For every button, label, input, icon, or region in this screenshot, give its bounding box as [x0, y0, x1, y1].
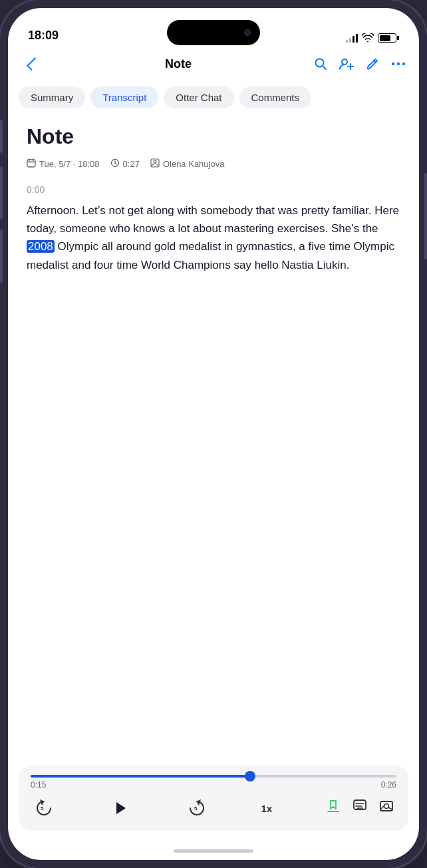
- player-right-icons: [326, 799, 394, 817]
- svg-text:5: 5: [194, 805, 198, 811]
- status-time: 18:09: [28, 29, 59, 43]
- meta-duration: 0:27: [110, 158, 140, 170]
- end-time: 0:26: [381, 780, 396, 790]
- transcript-body[interactable]: Afternoon. Let’s not get along with some…: [27, 202, 400, 274]
- clock-icon: [110, 158, 120, 170]
- player-controls: 5 5 1x: [31, 796, 396, 820]
- person-icon: [150, 158, 160, 170]
- search-button[interactable]: [314, 57, 327, 71]
- nav-bar: Note: [8, 48, 419, 82]
- timestamp: 0:00: [27, 184, 400, 195]
- svg-point-17: [154, 160, 156, 163]
- meta-duration-text: 0:27: [123, 159, 140, 169]
- svg-point-6: [392, 63, 394, 65]
- transcript-after: Olympic all around gold medalist in gymn…: [27, 240, 394, 271]
- forward-button[interactable]: 5: [186, 797, 208, 819]
- battery-fill: [380, 35, 390, 41]
- svg-point-7: [397, 63, 400, 65]
- tab-otter-chat[interactable]: Otter Chat: [164, 86, 233, 108]
- progress-times: 0:15 0:26: [31, 780, 396, 790]
- rewind-button[interactable]: 5: [33, 797, 55, 819]
- home-indicator: [8, 841, 419, 860]
- volume-up-button[interactable]: [0, 166, 3, 219]
- phone-screen: 18:09: [8, 8, 419, 860]
- highlight-button[interactable]: [326, 799, 341, 817]
- signal-icon: [346, 33, 358, 43]
- comment-button[interactable]: [353, 799, 367, 817]
- svg-point-2: [342, 59, 347, 65]
- main-content: Note Tue, 5/7 · 18:08: [8, 116, 419, 766]
- svg-line-27: [388, 807, 392, 809]
- current-time: 0:15: [31, 780, 46, 790]
- wifi-icon: [362, 33, 374, 43]
- edit-button[interactable]: [366, 57, 379, 71]
- note-meta: Tue, 5/7 · 18:08 0:27: [27, 158, 400, 170]
- power-button[interactable]: [424, 173, 427, 259]
- tab-summary[interactable]: Summary: [19, 86, 85, 108]
- player-bar: 0:15 0:26 5: [19, 766, 408, 831]
- note-title: Note: [27, 124, 400, 149]
- svg-point-8: [402, 63, 405, 65]
- speed-label: 1x: [261, 803, 272, 814]
- screenshot-button[interactable]: [379, 799, 394, 817]
- progress-thumb[interactable]: [245, 771, 255, 782]
- meta-author: Olena Kahujova: [150, 158, 225, 170]
- meta-date: Tue, 5/7 · 18:08: [27, 158, 100, 170]
- camera-dot: [244, 29, 251, 36]
- home-bar: [174, 849, 253, 853]
- nav-actions: [314, 57, 406, 71]
- svg-line-1: [323, 66, 326, 69]
- back-button[interactable]: [21, 53, 43, 74]
- back-chevron-icon: [27, 57, 40, 71]
- svg-line-5: [374, 61, 376, 63]
- progress-track[interactable]: [31, 775, 396, 778]
- tab-comments[interactable]: Comments: [239, 86, 312, 108]
- svg-text:5: 5: [41, 805, 44, 811]
- transcript-before: Afternoon. Let’s not get along with some…: [27, 204, 399, 235]
- phone-frame: 18:09: [0, 0, 427, 868]
- svg-line-15: [115, 164, 117, 165]
- nav-title: Note: [43, 57, 314, 71]
- volume-down-button[interactable]: [0, 229, 3, 283]
- tab-transcript[interactable]: Transcript: [90, 86, 158, 108]
- svg-rect-9: [27, 160, 35, 167]
- status-icons: [346, 33, 399, 43]
- speed-button[interactable]: 1x: [261, 803, 272, 814]
- dynamic-island: [167, 20, 260, 45]
- play-button[interactable]: [108, 796, 132, 820]
- progress-fill: [31, 775, 250, 778]
- progress-container[interactable]: 0:15 0:26: [31, 775, 396, 790]
- svg-rect-24: [380, 801, 392, 811]
- play-icon: [116, 802, 126, 814]
- more-button[interactable]: [391, 62, 406, 66]
- meta-date-text: Tue, 5/7 · 18:08: [39, 159, 100, 169]
- calendar-icon: [27, 158, 36, 170]
- battery-icon: [378, 33, 399, 43]
- tabs-container: Summary Transcript Otter Chat Comments: [8, 82, 419, 116]
- add-person-button[interactable]: [339, 57, 354, 71]
- transcript-highlight[interactable]: 2008: [27, 240, 55, 253]
- mute-button[interactable]: [0, 120, 3, 153]
- meta-author-text: Olena Kahujova: [163, 159, 225, 169]
- svg-line-26: [380, 805, 384, 809]
